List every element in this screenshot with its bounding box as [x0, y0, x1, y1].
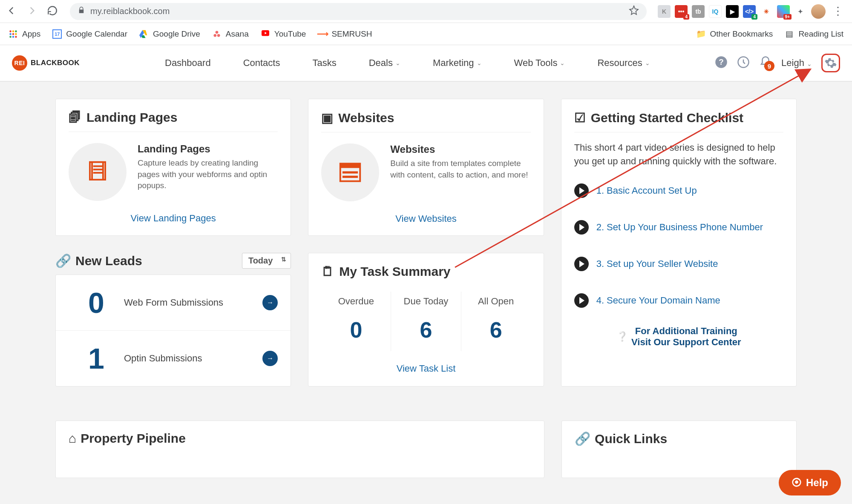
- profile-avatar[interactable]: [811, 4, 826, 19]
- task-overdue[interactable]: Overdue0: [321, 292, 391, 351]
- nav-contacts[interactable]: Contacts: [243, 57, 280, 69]
- chrome-menu[interactable]: ⋮: [830, 5, 846, 18]
- svg-rect-20: [340, 163, 360, 168]
- help-widget-button[interactable]: ⦿ Help: [779, 470, 841, 495]
- clock-icon[interactable]: [737, 56, 750, 70]
- nav-tasks[interactable]: Tasks: [312, 57, 336, 69]
- ext-color-icon[interactable]: 9+: [777, 5, 790, 18]
- training-link[interactable]: ❔ For Additional TrainingVisit Our Suppo…: [574, 319, 783, 355]
- websites-card: ▣Websites Websites Build a site from tem…: [308, 99, 544, 236]
- view-websites-link[interactable]: View Websites: [321, 201, 530, 224]
- lead-arrow-button[interactable]: →: [262, 351, 278, 366]
- dashboard-content: 🗐Landing Pages Landing Pages Capture lea…: [0, 82, 852, 404]
- ext-tb-icon[interactable]: tb: [692, 5, 705, 18]
- checklist-item-4[interactable]: 4. Secure Your Domain Name: [574, 282, 783, 319]
- task-due-today[interactable]: Due Today6: [391, 292, 461, 351]
- nav-resources[interactable]: Resources⌄: [597, 57, 650, 69]
- help-question-icon: ⦿: [792, 477, 802, 489]
- svg-point-3: [9, 33, 12, 35]
- chevron-down-icon: ⌄: [477, 60, 482, 66]
- forward-button[interactable]: [26, 5, 37, 18]
- chevron-down-icon: ⌄: [560, 60, 565, 66]
- clipboard-icon: 🗒: [321, 264, 334, 279]
- bookmark-gcal[interactable]: 17Google Calendar: [52, 29, 127, 39]
- star-icon[interactable]: [629, 5, 639, 17]
- settings-gear-button[interactable]: [821, 54, 840, 72]
- nav-deals[interactable]: Deals⌄: [369, 57, 400, 69]
- folder-icon: 📁: [697, 29, 706, 39]
- svg-point-11: [217, 34, 220, 37]
- svg-point-9: [216, 31, 219, 34]
- url-text: my.reiblackbook.com: [90, 6, 170, 16]
- checklist-item-3[interactable]: 3. Set up Your Seller Website: [574, 246, 783, 282]
- lead-row-webform: 0 Web Form Submissions →: [56, 275, 291, 331]
- apps-shortcut[interactable]: Apps: [9, 29, 40, 39]
- view-task-list-link[interactable]: View Task List: [321, 351, 530, 374]
- nav-webtools[interactable]: Web Tools⌄: [514, 57, 565, 69]
- svg-point-5: [15, 33, 17, 35]
- help-icon[interactable]: ?: [715, 56, 728, 70]
- youtube-icon: [261, 29, 270, 39]
- svg-point-8: [15, 36, 17, 38]
- app-logo[interactable]: REI BLACKBOOK: [12, 55, 80, 71]
- leads-filter-select[interactable]: Today: [242, 253, 291, 269]
- bookmark-youtube[interactable]: YouTube: [261, 29, 306, 39]
- play-icon: [574, 220, 589, 235]
- bookmark-gdrive[interactable]: Google Drive: [139, 29, 200, 39]
- reading-list[interactable]: ▤Reading List: [785, 29, 843, 39]
- window-icon: ▣: [321, 110, 333, 125]
- calendar-icon: 17: [52, 29, 62, 39]
- checklist-item-2[interactable]: 2. Set Up Your Business Phone Number: [574, 209, 783, 246]
- semrush-icon: ⟶: [318, 29, 327, 39]
- ext-black-icon[interactable]: ▶: [726, 5, 739, 18]
- ext-iq-icon[interactable]: IQ: [709, 5, 722, 18]
- ext-puzzle-icon[interactable]: ✦: [794, 5, 807, 18]
- nav-dashboard[interactable]: Dashboard: [165, 57, 211, 69]
- reload-button[interactable]: [47, 5, 58, 18]
- home-icon: ⌂: [69, 431, 76, 446]
- svg-point-4: [12, 33, 14, 35]
- new-leads-section: 🔗 New Leads Today 0 Web Form Submissions…: [55, 253, 291, 387]
- asana-icon: [212, 29, 222, 39]
- svg-rect-16: [93, 166, 103, 167]
- apps-icon: [9, 29, 18, 39]
- bottom-row: ⌂Property Pipeline 🔗Quick Links: [0, 404, 852, 478]
- user-menu[interactable]: Leigh ⌄: [781, 57, 812, 69]
- website-illustration: [321, 143, 379, 201]
- lead-arrow-button[interactable]: →: [262, 295, 278, 310]
- checklist-item-1[interactable]: 1. Basic Account Set Up: [574, 172, 783, 209]
- drive-icon: [139, 29, 149, 39]
- page-icon: 🗐: [69, 110, 81, 125]
- notification-count: 9: [764, 61, 774, 71]
- ext-k-icon[interactable]: K: [658, 5, 671, 18]
- ext-code-icon[interactable]: </>4: [743, 5, 756, 18]
- quick-links-card: 🔗Quick Links: [561, 421, 797, 478]
- app-navbar: REI BLACKBOOK Dashboard Contacts Tasks D…: [0, 45, 852, 82]
- chevron-down-icon: ⌄: [645, 60, 650, 66]
- landing-illustration: [69, 143, 127, 201]
- nav-marketing[interactable]: Marketing⌄: [433, 57, 482, 69]
- ext-red-icon[interactable]: •••4: [675, 5, 688, 18]
- svg-point-7: [12, 36, 14, 38]
- notifications-button[interactable]: 9: [759, 56, 772, 70]
- ext-burst-icon[interactable]: ✳: [760, 5, 773, 18]
- task-all-open[interactable]: All Open6: [461, 292, 531, 351]
- svg-point-10: [213, 34, 216, 37]
- address-bar[interactable]: my.reiblackbook.com: [70, 3, 647, 20]
- other-bookmarks[interactable]: 📁Other Bookmarks: [697, 29, 773, 39]
- property-pipeline-card: ⌂Property Pipeline: [55, 421, 544, 478]
- back-button[interactable]: [6, 5, 17, 18]
- svg-point-0: [9, 30, 12, 32]
- lock-icon: [78, 6, 85, 16]
- chevron-down-icon: ⌄: [395, 60, 400, 66]
- svg-point-2: [15, 30, 17, 32]
- logo-badge: REI: [12, 55, 27, 71]
- bookmark-asana[interactable]: Asana: [212, 29, 249, 39]
- bookmark-semrush[interactable]: ⟶SEMRUSH: [318, 29, 372, 39]
- check-icon: ☑: [574, 110, 586, 125]
- task-summary-card: 🗒My Task Summary Overdue0 Due Today6 All…: [308, 253, 544, 387]
- view-landing-pages-link[interactable]: View Landing Pages: [69, 201, 278, 224]
- svg-rect-22: [343, 176, 358, 178]
- svg-rect-17: [93, 169, 103, 170]
- link-icon: 🔗: [575, 431, 590, 446]
